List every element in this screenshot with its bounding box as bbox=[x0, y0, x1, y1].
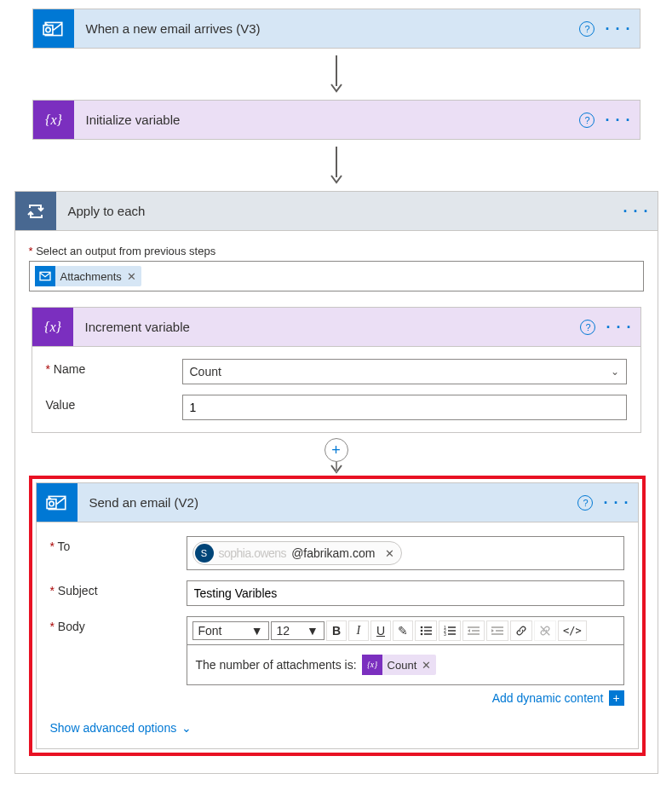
unlink-button[interactable] bbox=[534, 620, 556, 641]
chevron-down-icon: ⌄ bbox=[181, 721, 192, 735]
show-advanced-options-link[interactable]: Show advanced options ⌄ bbox=[50, 721, 192, 735]
loop-icon bbox=[15, 192, 56, 230]
svg-point-11 bbox=[421, 626, 423, 629]
add-step-button[interactable]: + bbox=[29, 433, 644, 467]
help-icon[interactable]: ? bbox=[580, 320, 595, 335]
send-email-header[interactable]: Send an email (V2) ? · · · bbox=[37, 483, 638, 522]
to-input[interactable]: S sophia.owens @fabrikam.com ✕ bbox=[187, 536, 624, 570]
more-menu[interactable]: · · · bbox=[605, 21, 630, 37]
more-menu[interactable]: · · · bbox=[605, 113, 630, 128]
body-label: Body bbox=[50, 616, 187, 633]
remove-token-icon[interactable]: ✕ bbox=[127, 270, 136, 283]
increment-variable-card: {x} Increment variable ? · · · Name Coun… bbox=[32, 307, 641, 433]
trigger-card[interactable]: When a new email arrives (V3) ? · · · bbox=[32, 9, 640, 49]
variable-icon: {x} bbox=[362, 655, 382, 675]
svg-rect-1 bbox=[43, 25, 53, 34]
select-output-label: Select an output from previous steps bbox=[29, 245, 644, 257]
underline-button[interactable]: U bbox=[370, 620, 391, 641]
svg-point-15 bbox=[421, 633, 423, 636]
svg-text:{x}: {x} bbox=[44, 320, 62, 334]
font-size-select[interactable]: 12▼ bbox=[271, 621, 325, 640]
rich-text-toolbar: Font▼ 12▼ B I U ✎ bbox=[187, 616, 624, 644]
remove-recipient-icon[interactable]: ✕ bbox=[385, 547, 394, 560]
help-icon[interactable]: ? bbox=[577, 495, 593, 511]
value-label: Value bbox=[46, 395, 182, 412]
bullet-list-button[interactable] bbox=[415, 620, 437, 641]
attachments-token[interactable]: Attachments ✕ bbox=[35, 266, 141, 286]
font-select[interactable]: Font▼ bbox=[192, 621, 269, 640]
plus-icon[interactable]: + bbox=[325, 438, 348, 462]
increment-variable-header[interactable]: {x} Increment variable ? · · · bbox=[32, 308, 640, 346]
more-menu[interactable]: · · · bbox=[603, 495, 629, 511]
link-button[interactable] bbox=[510, 620, 532, 641]
to-label: To bbox=[50, 536, 187, 553]
highlight-button[interactable]: ✎ bbox=[393, 620, 413, 641]
svg-text:{x}: {x} bbox=[367, 660, 377, 669]
apply-to-each-title: Apply to each bbox=[68, 204, 146, 218]
plus-icon[interactable]: + bbox=[609, 690, 624, 706]
body-text: The number of attachments is: bbox=[196, 658, 357, 672]
subject-input[interactable] bbox=[187, 580, 624, 606]
highlighted-region: Send an email (V2) ? · · · To bbox=[29, 476, 646, 756]
outlook-icon bbox=[37, 483, 78, 522]
select-output-input[interactable]: Attachments ✕ bbox=[29, 261, 644, 291]
svg-point-13 bbox=[421, 630, 423, 632]
trigger-title: When a new email arrives (V3) bbox=[86, 21, 261, 36]
outlook-icon bbox=[33, 9, 74, 48]
token-label: Count bbox=[388, 659, 417, 672]
chevron-down-icon: ⌄ bbox=[611, 366, 619, 378]
variable-icon: {x} bbox=[33, 101, 74, 139]
body-editor[interactable]: The number of attachments is: {x} Count … bbox=[187, 644, 624, 685]
init-variable-card[interactable]: {x} Initialize variable ? · · · bbox=[32, 100, 640, 140]
add-dynamic-content-link[interactable]: Add dynamic content bbox=[492, 691, 604, 705]
recipient-chip[interactable]: S sophia.owens @fabrikam.com ✕ bbox=[192, 541, 403, 565]
more-menu[interactable]: · · · bbox=[606, 320, 631, 335]
name-value: Count bbox=[190, 365, 221, 378]
outlook-icon bbox=[35, 266, 55, 286]
svg-text:3: 3 bbox=[444, 632, 446, 636]
connector-arrow bbox=[12, 49, 660, 100]
name-label: Name bbox=[46, 359, 182, 376]
avatar: S bbox=[195, 544, 214, 563]
increment-variable-title: Increment variable bbox=[85, 320, 190, 334]
code-view-button[interactable]: </> bbox=[558, 620, 587, 641]
caret-down-icon: ▼ bbox=[307, 624, 319, 638]
apply-to-each-container: Apply to each · · · Select an output fro… bbox=[14, 191, 658, 774]
token-label: Attachments bbox=[60, 270, 122, 283]
remove-token-icon[interactable]: ✕ bbox=[422, 659, 431, 672]
more-menu[interactable]: · · · bbox=[623, 204, 648, 219]
svg-text:{x}: {x} bbox=[45, 113, 63, 127]
subject-label: Subject bbox=[50, 580, 187, 597]
send-email-card: Send an email (V2) ? · · · To bbox=[36, 482, 639, 749]
caret-down-icon: ▼ bbox=[251, 624, 263, 638]
send-email-title: Send an email (V2) bbox=[89, 495, 198, 510]
numbered-list-button[interactable]: 123 bbox=[439, 620, 461, 641]
value-input[interactable] bbox=[182, 395, 627, 420]
italic-button[interactable]: I bbox=[348, 620, 369, 641]
recipient-name-blurred: sophia.owens bbox=[219, 546, 287, 560]
count-variable-token[interactable]: {x} Count ✕ bbox=[362, 655, 437, 675]
name-select[interactable]: Count ⌄ bbox=[182, 359, 627, 384]
bold-button[interactable]: B bbox=[326, 620, 347, 641]
connector-arrow bbox=[12, 140, 660, 191]
help-icon[interactable]: ? bbox=[579, 21, 594, 37]
svg-rect-9 bbox=[47, 499, 56, 508]
indent-button[interactable] bbox=[486, 620, 508, 641]
outdent-button[interactable] bbox=[462, 620, 485, 641]
init-variable-title: Initialize variable bbox=[86, 113, 181, 127]
help-icon[interactable]: ? bbox=[579, 113, 594, 128]
variable-icon: {x} bbox=[32, 308, 73, 346]
recipient-domain: @fabrikam.com bbox=[291, 546, 375, 560]
apply-to-each-header[interactable]: Apply to each · · · bbox=[15, 192, 658, 231]
